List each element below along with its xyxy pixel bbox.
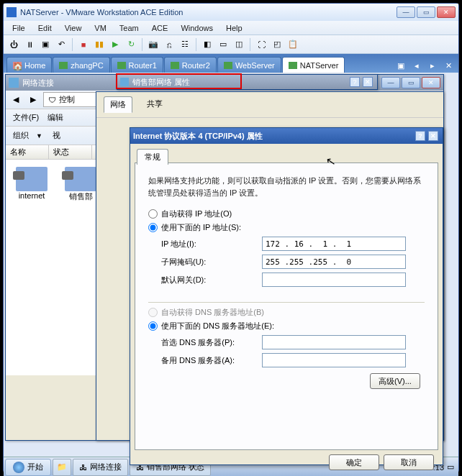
radio-manual-dns[interactable]: 使用下面的 DNS 服务器地址(E): — [148, 321, 425, 331]
gateway-input[interactable] — [262, 273, 406, 287]
taskbar-item-nc[interactable]: 🖧网络连接 — [73, 459, 128, 476]
tab-label: Router2 — [182, 61, 210, 70]
stop-icon[interactable]: ■ — [76, 37, 91, 52]
snap-manage-icon[interactable]: ☷ — [178, 37, 192, 52]
snapshot-icon[interactable]: ▣ — [38, 37, 53, 52]
mask-input[interactable] — [262, 255, 406, 269]
cancel-button[interactable]: 取消 — [384, 454, 434, 470]
menu-windows[interactable]: Windows — [175, 22, 219, 34]
vm-icon — [59, 62, 68, 69]
fullscreen-icon[interactable]: ⛶ — [254, 37, 268, 52]
minimize-button[interactable]: — — [397, 6, 415, 18]
file-menu[interactable]: 文件(F) — [9, 111, 43, 124]
radio-label: 使用下面的 DNS 服务器地址(E): — [161, 321, 274, 331]
maximize-button[interactable]: ▭ — [402, 77, 420, 88]
poweroff-icon[interactable]: ⏻ — [6, 37, 21, 52]
breadcrumb-text: 控制 — [59, 94, 75, 105]
nic-icon — [16, 167, 47, 191]
tab-label: zhangPC — [71, 61, 103, 70]
start-button[interactable]: 开始 — [5, 459, 51, 476]
advanced-button[interactable]: 高级(V)... — [370, 373, 420, 389]
adapter-internet[interactable]: internet — [10, 167, 53, 368]
organize-button[interactable]: 组织 — [9, 129, 33, 142]
col-name[interactable]: 名称 — [6, 145, 49, 159]
tab-router2[interactable]: Router2 — [164, 57, 217, 73]
appview-icon[interactable]: ◫ — [232, 37, 246, 52]
tray-desktop-icon[interactable]: ▭ — [447, 462, 454, 472]
tab-close-icon[interactable]: ✕ — [441, 58, 456, 73]
minimize-button[interactable]: — — [381, 77, 400, 88]
forward-icon[interactable]: ▶ — [26, 93, 40, 107]
summary-icon[interactable]: 📋 — [286, 37, 300, 52]
ipv4-properties-dialog[interactable]: Internet 协议版本 4 (TCP/IPv4) 属性 ? ✕ 常规 如果网… — [130, 127, 443, 465]
menu-team[interactable]: Team — [114, 22, 145, 34]
adapter-title: 销售部网络 属性 — [132, 77, 350, 88]
guest-desktop: 网络连接 — ▭ ✕ ◀ ▶ 🛡控制 🔍 文件(F) 编辑 组织 ▼ 视 — [4, 73, 458, 457]
ok-button[interactable]: 确定 — [329, 454, 379, 470]
radio-manual-ip[interactable]: 使用下面的 IP 地址(S): — [148, 222, 425, 233]
console-icon[interactable]: ▭ — [216, 37, 230, 52]
sidebar-icon[interactable]: ◧ — [200, 37, 214, 52]
maximize-button[interactable]: ▭ — [417, 6, 435, 18]
vm-icon — [289, 62, 297, 69]
dns1-input[interactable] — [262, 335, 406, 349]
menu-view[interactable]: View — [59, 22, 88, 34]
tab-label: Home — [24, 61, 45, 70]
tab-next-icon[interactable]: ▸ — [425, 58, 440, 73]
separator — [142, 38, 142, 51]
edit-menu[interactable]: 编辑 — [43, 111, 68, 124]
tab-sharing[interactable]: 共享 — [141, 96, 168, 113]
menu-ace[interactable]: ACE — [146, 22, 174, 34]
play-icon[interactable]: ▶ — [108, 37, 122, 52]
vmware-toolbar: ⏻ ⏸ ▣ ↶ ■ ▮▮ ▶ ↻ 📷 ⎌ ☷ ◧ ▭ ◫ ⛶ ◰ 📋 — [4, 35, 458, 54]
gateway-label: 默认网关(D): — [161, 275, 262, 285]
start-label: 开始 — [27, 462, 43, 472]
vmware-titlebar[interactable]: NATServer - VMware Workstation ACE Editi… — [4, 4, 458, 21]
close-icon[interactable]: ✕ — [428, 131, 438, 141]
adapter-properties-titlebar[interactable]: 销售部网络 属性 ? ✕ — [117, 74, 378, 90]
radio-auto-ip[interactable]: 自动获得 IP 地址(O) — [148, 209, 425, 219]
close-icon[interactable]: ✕ — [363, 77, 373, 87]
menu-file[interactable]: File — [6, 22, 31, 34]
radio-label: 自动获得 IP 地址(O) — [161, 209, 232, 219]
tab-label: WebServer — [235, 61, 275, 70]
reset-icon[interactable]: ↻ — [124, 37, 138, 52]
adapter-tabs: 网络 共享 — [96, 92, 443, 118]
tab-network[interactable]: 网络 — [104, 96, 132, 113]
tab-zhangpc[interactable]: zhangPC — [53, 57, 109, 73]
back-icon[interactable]: ◀ — [9, 93, 23, 107]
taskbar-item-explorer[interactable]: 📁 — [53, 459, 71, 476]
ipv4-titlebar[interactable]: Internet 协议版本 4 (TCP/IPv4) 属性 ? ✕ — [130, 128, 443, 144]
help-icon[interactable]: ? — [415, 131, 425, 141]
col-status[interactable]: 状态 — [49, 145, 92, 159]
views-button[interactable]: 视 — [48, 129, 65, 142]
tab-natserver[interactable]: NATServer — [282, 57, 345, 73]
tab-overflow-icon[interactable]: ▣ — [394, 58, 408, 73]
ip-input[interactable] — [262, 237, 406, 251]
radio-label: 自动获得 DNS 服务器地址(B) — [161, 307, 264, 318]
tab-general[interactable]: 常规 — [137, 149, 168, 165]
menu-edit[interactable]: Edit — [32, 22, 58, 34]
snap-take-icon[interactable]: 📷 — [146, 37, 160, 52]
tab-home[interactable]: 🏠Home — [6, 57, 52, 73]
close-button[interactable]: ✕ — [437, 6, 456, 18]
revert-icon[interactable]: ↶ — [54, 37, 68, 52]
suspend-icon[interactable]: ⏸ — [22, 37, 37, 52]
tab-webserver[interactable]: WebServer — [217, 57, 281, 73]
dns2-input[interactable] — [262, 353, 406, 367]
ip-group: 自动获得 IP 地址(O) 使用下面的 IP 地址(S): IP 地址(I): … — [148, 209, 425, 296]
menu-help[interactable]: Help — [220, 22, 248, 34]
nc-icon — [9, 78, 19, 88]
close-button[interactable]: ✕ — [422, 77, 440, 88]
unity-icon[interactable]: ◰ — [270, 37, 284, 52]
menu-vm[interactable]: VM — [89, 22, 112, 34]
tab-router1[interactable]: Router1 — [111, 57, 163, 73]
vm-icon — [224, 62, 232, 69]
dns-group: 自动获得 DNS 服务器地址(B) 使用下面的 DNS 服务器地址(E): 首选… — [148, 307, 425, 367]
radio-label: 使用下面的 IP 地址(S): — [161, 222, 241, 233]
tab-prev-icon[interactable]: ◂ — [409, 58, 424, 73]
window-icon — [120, 78, 129, 86]
help-icon[interactable]: ? — [350, 77, 360, 87]
snap-revert-icon[interactable]: ⎌ — [162, 37, 176, 52]
pause-icon[interactable]: ▮▮ — [92, 37, 107, 52]
